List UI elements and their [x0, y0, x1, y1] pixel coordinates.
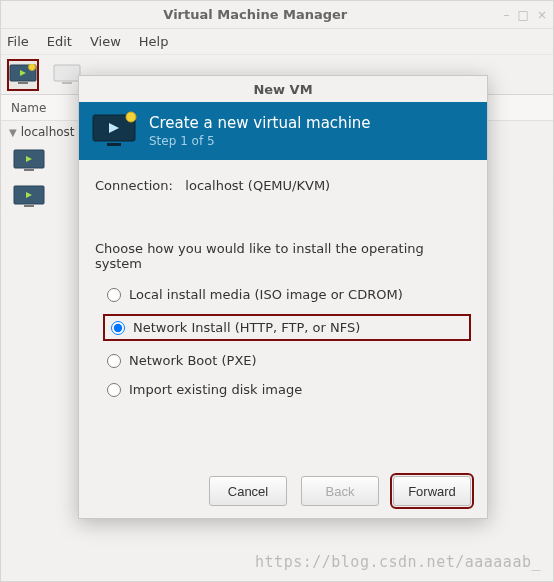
connection-label: Connection:	[95, 178, 173, 193]
radio-label-network-install: Network Install (HTTP, FTP, or NFS)	[133, 320, 360, 335]
dialog-body: Connection: localhost (QEMU/KVM) Choose …	[79, 160, 487, 464]
radio-local-install[interactable]: Local install media (ISO image or CDROM)	[103, 285, 471, 304]
minimize-button[interactable]: –	[504, 8, 510, 22]
svg-rect-11	[24, 205, 34, 207]
svg-point-15	[126, 112, 136, 122]
radio-input-local[interactable]	[107, 288, 121, 302]
dialog-title: New VM	[253, 82, 312, 97]
install-method-radio-group: Local install media (ISO image or CDROM)…	[95, 285, 471, 399]
dialog-header-text: Create a new virtual machine Step 1 of 5	[149, 114, 371, 148]
monitor-icon	[53, 64, 81, 86]
dialog-header-title: Create a new virtual machine	[149, 114, 371, 132]
main-title-bar: Virtual Machine Manager – □ ×	[1, 1, 553, 29]
monitor-icon	[9, 64, 37, 86]
menu-help[interactable]: Help	[139, 34, 169, 49]
choose-instruction: Choose how you would like to install the…	[95, 241, 471, 271]
radio-label-local: Local install media (ISO image or CDROM)	[129, 287, 403, 302]
radio-label-network-boot: Network Boot (PXE)	[129, 353, 257, 368]
connection-line: Connection: localhost (QEMU/KVM)	[95, 178, 471, 193]
back-button[interactable]: Back	[301, 476, 379, 506]
maximize-button[interactable]: □	[518, 8, 529, 22]
svg-rect-5	[62, 82, 72, 84]
svg-rect-8	[24, 169, 34, 171]
tree-host-label: localhost	[21, 125, 75, 139]
svg-rect-14	[107, 143, 121, 146]
radio-input-network-install[interactable]	[111, 321, 125, 335]
radio-input-network-boot[interactable]	[107, 354, 121, 368]
radio-import-disk[interactable]: Import existing disk image	[103, 380, 471, 399]
dialog-footer: Cancel Back Forward	[79, 464, 487, 518]
radio-network-boot[interactable]: Network Boot (PXE)	[103, 351, 471, 370]
dialog-title-bar: New VM	[79, 76, 487, 102]
cancel-button[interactable]: Cancel	[209, 476, 287, 506]
monitor-icon	[13, 149, 45, 173]
menu-edit[interactable]: Edit	[47, 34, 72, 49]
radio-label-import: Import existing disk image	[129, 382, 302, 397]
radio-network-install[interactable]: Network Install (HTTP, FTP, or NFS)	[103, 314, 471, 341]
forward-button[interactable]: Forward	[393, 476, 471, 506]
tree-expand-icon[interactable]: ▼	[9, 127, 17, 138]
new-vm-dialog: New VM Create a new virtual machine Step…	[78, 75, 488, 519]
window-controls: – □ ×	[504, 8, 547, 22]
monitor-icon	[13, 185, 45, 209]
column-header-name[interactable]: Name	[11, 101, 46, 115]
new-vm-toolbar-button[interactable]	[7, 59, 39, 91]
dialog-header-step: Step 1 of 5	[149, 134, 371, 148]
monitor-create-icon	[91, 111, 137, 151]
connection-value: localhost (QEMU/KVM)	[185, 178, 330, 193]
window-title: Virtual Machine Manager	[7, 7, 504, 22]
close-button[interactable]: ×	[537, 8, 547, 22]
menu-bar: File Edit View Help	[1, 29, 553, 55]
watermark-text: https://blog.csdn.net/aaaaaab_	[255, 553, 541, 571]
dialog-header: Create a new virtual machine Step 1 of 5	[79, 102, 487, 160]
main-window: Virtual Machine Manager – □ × File Edit …	[0, 0, 554, 582]
radio-input-import[interactable]	[107, 383, 121, 397]
svg-rect-2	[18, 82, 28, 84]
menu-file[interactable]: File	[7, 34, 29, 49]
svg-point-3	[29, 64, 36, 71]
svg-rect-4	[54, 65, 80, 81]
menu-view[interactable]: View	[90, 34, 121, 49]
